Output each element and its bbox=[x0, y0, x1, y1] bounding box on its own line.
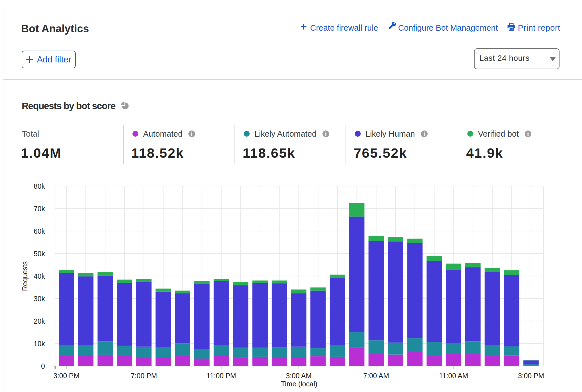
svg-text:3:00 AM: 3:00 AM bbox=[286, 372, 312, 380]
svg-text:7:00 AM: 7:00 AM bbox=[363, 372, 389, 380]
svg-text:3:00 PM: 3:00 PM bbox=[518, 372, 544, 380]
svg-text:50k: 50k bbox=[34, 250, 45, 258]
svg-text:60k: 60k bbox=[34, 227, 45, 235]
svg-text:20k: 20k bbox=[34, 317, 45, 325]
svg-text:40k: 40k bbox=[34, 272, 45, 280]
svg-text:30k: 30k bbox=[34, 295, 45, 303]
svg-text:80k: 80k bbox=[34, 182, 45, 190]
svg-text:Time (local): Time (local) bbox=[281, 380, 317, 388]
svg-text:7:00 PM: 7:00 PM bbox=[131, 372, 157, 380]
svg-text:11:00 PM: 11:00 PM bbox=[207, 372, 236, 380]
svg-text:70k: 70k bbox=[34, 205, 45, 213]
svg-text:10k: 10k bbox=[34, 340, 45, 348]
svg-text:3:00 PM: 3:00 PM bbox=[53, 372, 80, 380]
svg-text:11:00 AM: 11:00 AM bbox=[439, 372, 468, 380]
svg-text:0: 0 bbox=[41, 362, 45, 370]
svg-text:Requests: Requests bbox=[21, 261, 29, 291]
